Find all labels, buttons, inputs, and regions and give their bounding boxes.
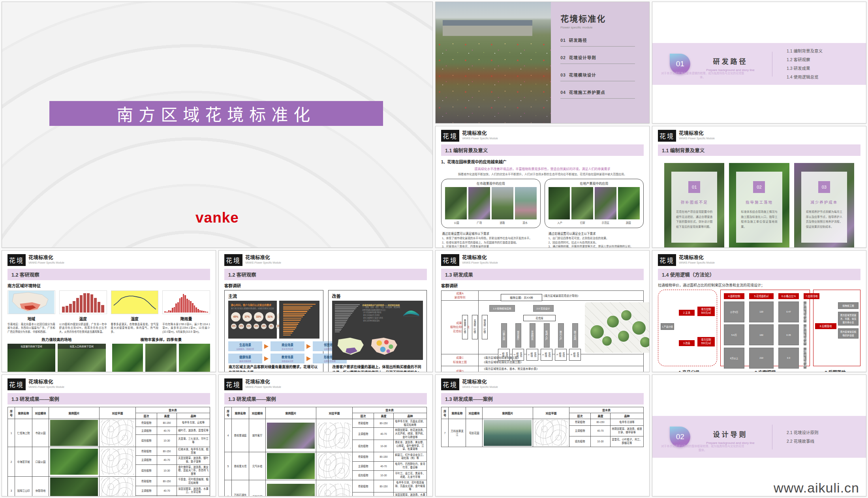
huajing-logo: 花境 [441,130,459,142]
toc-item-2[interactable]: 02 花境设计导则 [560,54,640,64]
arrow-right-icon [306,344,311,349]
owner-needs-block: 通过花境设置可以满足业主以下需求 1、出门即见四季有花可赏，达到色彩治愈的效果。… [549,231,643,248]
needs-item: 1、体现了城市绿化景观的水平与特色，折射出城市社会与经济开发的水平。 [442,236,537,241]
photo-park [445,187,467,219]
photo-caption: 示范区 [594,221,617,225]
slide-toc[interactable]: 花境标准化 Flower specific module 01 研发路径 02 … [435,2,650,124]
value-card-1: 01 弥补图纸不足 花境在地产项目呈现配置中的细节无法把控，通过合理营造下放的整… [664,163,724,248]
card-text: 标准体系结合现场施工情况与施工图及标准化入口，指导工程师及施工单位保证落地效果。 [741,210,777,229]
card-title: 弥补图纸不足 [681,199,708,205]
deck-title: 花境标准化 [462,131,498,136]
slide-usage-logic[interactable]: 花境 花境标准化 VANKE-Flower Specific Module 1.… [652,250,866,372]
city-needs-block: 通过花境设置可以满足城市以下需求 1、体现了城市绿化景观的水平与特色，折射出城市… [442,231,537,248]
section-band: 02 设计导则 Prepare background and story lin… [652,416,866,458]
improvement-box: 改善 改善型客群对产品的需求——追求居住体验 ——颜值、品质、档次、丰富、特色品… [328,290,427,372]
section-bar: 1.4 使用逻辑（方法论） [658,269,860,280]
stat-circle: 33% [254,312,263,322]
results-table: 成果A 景观导则 《南方区域景观花境设计导则》 成果B 植物应用标准化 花境标准… [441,290,644,372]
box-title: 在市政景观中的应用 [445,181,537,185]
huajing-logo: 花境 [658,254,676,266]
section-item: 1.2 客研观察 [787,55,823,64]
sub-heading: 客群调研 [224,283,427,288]
needs-item: 2、在绿化城市生态环境的基础上，为花园城市的打造奠定基础。 [442,241,537,245]
deck-title: 花境标准化 [245,255,281,260]
result-value: 《南方区域绿化标准化施工图》 [483,356,639,360]
toc-item-1[interactable]: 01 研发路径 [560,36,640,47]
infographic-title: 改善型客群对产品的需求——追求居住体验 [362,303,400,306]
huajing-logo: 花境 [224,378,242,390]
body-line: 随着城市化进程不断加快，人们的欣赏水平不断提升，人们对于自然乡野的生态环境向往不… [436,172,649,176]
stat-circle-small: 21% [246,324,252,329]
realestate-application-box: 在地产景观中的应用 入户 归家 示范区 游园 [545,179,644,228]
card-number: 03 [818,181,830,193]
photo-caption: 社区入口处的林下空间 [58,344,105,349]
case-plan [318,423,351,449]
photo-demo-area [595,187,616,219]
infographic-title: 静心叩问，客户与我们心灵契合的需求 [231,303,274,307]
panel-caption: 降雨量 [162,316,210,322]
photo-community-entrance: 社区入口处的林下空间 [58,344,105,372]
plant-module-diagram: 植物主题：共XX种 1.0 植物模块应用 2.0 花境设计 骨架层（1级） 主调… [462,294,581,361]
deck-title: 花境标准化 [28,379,64,385]
panel-label: 1.产品分级 [658,369,720,372]
slide-background-meaning-1[interactable]: 花境 花境标准化 VANKE-Flower Specific Module 1.… [435,126,650,248]
divider [772,425,772,450]
sub-heading: 客群调研 [441,283,644,288]
conclusion-text: 南方区域主流产品客群对绿量有最直接的需求，花境可以在局部作为点缀 [229,365,319,372]
section-bar: 1.3 研发成果——案例 [441,393,644,404]
group-title: 植物丰富多样，四季有景 [112,337,210,342]
slide-research-customers[interactable]: 花境 花境标准化 VANKE-Flower Specific Module 1.… [218,250,433,372]
toc-item-num: 01 [560,38,566,43]
cases-table: 序号案例名称 对应模块案例图片 对应平面苗木表 层次高度品种 7万科翡翠滨江 宅… [441,407,644,447]
section-item: 2.2 花境故事线 [787,437,819,446]
deck-subtitle: VANKE-Flower Specific Module [462,386,498,388]
scene-box-education: 教育场景 全龄成长社区 [271,354,304,363]
slide-cover[interactable]: 南方区域花境标准化 vanke [2,2,433,248]
panel-text: 以15度和25度划分舒适度，广东省一年中舒适月份占到42%，而寒冷月份占比不大，… [59,322,107,333]
infographic-note: 基于南方区域主流客群问卷调研，对园区景观关注度进行统计分析 [231,307,274,310]
card-title: 减少养护成本 [810,199,838,205]
slide-cases-2[interactable]: 花境 花境标准化 VANKE-Flower Specific Module 1.… [218,374,433,496]
section-tagline: 对于本次花境设计导则的整体框架梳理，成为独具特色与文化的花境整体。 [661,444,744,452]
china-map-graphic [8,290,55,314]
slide-background-meaning-2[interactable]: 花境 花境标准化 VANKE-Flower Specific Module 1.… [652,126,866,248]
toc-item-3[interactable]: 03 花境模块设计 [560,71,640,81]
deck-title: 花境标准化 [462,379,498,385]
toc-item-label: 研发路径 [569,38,587,43]
section-title: 设计导则 [706,429,754,439]
plant-variety-group: 植物丰富多样，四季有景 [112,337,210,372]
watermark: www.aikuli.cn [774,480,859,496]
section-bar: 1.3 研发成果——案例 [8,393,210,404]
arrow-right-icon [264,356,269,361]
toc-item-label: 花境模块设计 [569,73,596,77]
site-plan-graphic [585,302,650,353]
huajing-logo: 花境 [224,254,242,266]
toc-item-label: 花境设计导则 [569,55,596,60]
slide-cases-1[interactable]: 花境 花境标准化 VANKE-Flower Specific Module 1.… [2,374,216,496]
huajing-logo: 花境 [8,254,26,266]
photo-caption: 广场 [468,221,491,225]
toc-item-4[interactable]: 04 花境施工养护要点 [560,88,640,99]
needs-bar-chart [279,301,319,339]
case-photo [267,453,315,479]
divider [560,64,635,64]
photo-caption: 入户 [549,221,571,225]
mainstream-box: 主流 静心叩问，客户与我们心灵契合的需求 基于南方区域主流客群问卷调研，对园区景… [224,290,323,372]
cases-table: 序号案例名称 对应模块案例图片 对应平面苗木表 层次高度品种 4香樟里澜庭 城市… [224,407,427,496]
rainfall-bar-chart [162,290,210,314]
slide-section-01[interactable]: 01 研发路径 Prepare background and story lin… [652,2,866,124]
deck-subtitle: VANKE-Flower Specific Module [245,386,281,388]
panel-rainfall: 降雨量 平均年降水量1789.3毫m，最少年1314.1毫m，最多年达2254.… [162,290,210,333]
stat-circle-small: 23% [231,324,237,329]
deck-subtitle: VANKE-Flower Specific Module [462,137,498,140]
toc-panel: 花境标准化 Flower specific module 01 研发路径 02 … [551,2,649,123]
highlight-line: 提高绿化水平改善环境品质，丰富植物和景观多样性，营造自然美好的环境，满足人们的审… [436,167,649,171]
slide-cases-3[interactable]: 花境 花境标准化 VANKE-Flower Specific Module 1.… [435,374,650,496]
section-tagline: 对于本次花境标准化整体逻辑的梳理，成为独具特色与文化的花境整体。 [661,71,744,79]
toc-item-num: 03 [560,73,566,77]
slide-research-results[interactable]: 花境 花境标准化 VANKE-Flower Specific Module 1.… [435,250,650,372]
deck-subtitle: VANKE-Flower Specific Module [245,261,281,264]
slide-section-02[interactable]: 02 设计导则 Prepare background and story lin… [652,374,866,496]
slide-research-environment[interactable]: 花境 花境标准化 VANKE-Flower Specific Module 1.… [2,250,216,372]
deck-subtitle: VANKE-Flower Specific Module [462,261,498,264]
